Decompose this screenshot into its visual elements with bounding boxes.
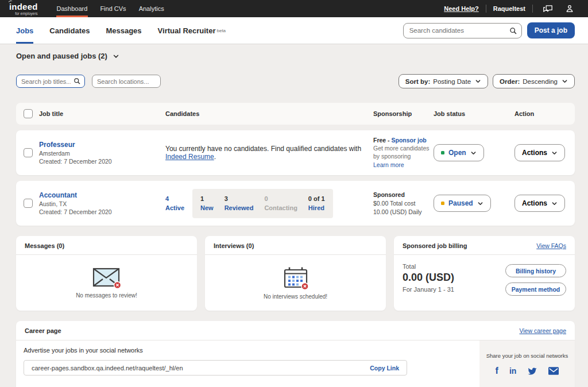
- sort-controls: Sort by: Posting Date Order: Descending: [399, 74, 575, 88]
- summary-cards: Messages (0) No messages to review! Inte…: [16, 236, 575, 311]
- career-page-url[interactable]: career-pages.sandbox.qa.indeed.net/raque…: [24, 365, 183, 371]
- job-title-link[interactable]: Accountant: [39, 191, 77, 199]
- actions-dropdown[interactable]: Actions: [514, 195, 565, 212]
- job-status-dropdown[interactable]: Paused: [434, 195, 491, 212]
- messages-card-title: Messages (0): [16, 236, 197, 255]
- sponsorship-desc: Get more candidates by sponsoring: [373, 145, 434, 160]
- chevron-down-icon: [475, 78, 481, 84]
- twitter-icon[interactable]: [527, 367, 537, 376]
- table-row-professeur: Professeur Amsterdam Created: 7 December…: [16, 130, 575, 175]
- interviews-card-title: Interviews (0): [205, 236, 386, 255]
- payment-method-button[interactable]: Payment method: [505, 282, 566, 296]
- job-title-link[interactable]: Professeur: [39, 141, 75, 149]
- topnav-analytics[interactable]: Analytics: [133, 0, 171, 17]
- topbar-right: Need Help? Raqueltest: [444, 0, 577, 17]
- order-select[interactable]: Order: Descending: [493, 74, 575, 88]
- jobs-table-header: Job title Candidates Sponsorship Job sta…: [16, 103, 575, 125]
- divider: [486, 5, 486, 13]
- indeed-logo[interactable]: indeed for employers: [9, 0, 38, 17]
- interviews-empty-text: No interviews scheduled!: [264, 293, 327, 300]
- search-job-titles-wrap: [16, 75, 85, 88]
- stage-new[interactable]: 1 New: [200, 194, 214, 213]
- chevron-down-icon: [562, 78, 568, 84]
- copy-link-button[interactable]: Copy Link: [370, 365, 407, 371]
- actions-dropdown[interactable]: Actions: [514, 144, 565, 161]
- email-share-icon[interactable]: [548, 367, 559, 375]
- main-content: Open and paused jobs (2) Sort by: Postin…: [0, 52, 588, 387]
- candidate-pipeline: 4 Active 1 New 3 Reviewed 0 Contacting: [165, 189, 373, 218]
- row-checkbox[interactable]: [24, 148, 33, 157]
- messages-empty-text: No messages to review!: [76, 292, 137, 299]
- search-candidates-wrap: [403, 23, 522, 38]
- view-faqs-link[interactable]: View FAQs: [536, 242, 566, 249]
- messages-chat-icon[interactable]: [540, 4, 556, 13]
- tab-messages[interactable]: Messages: [106, 17, 141, 44]
- billing-history-button[interactable]: Billing history: [505, 264, 566, 277]
- view-career-page-link[interactable]: View career page: [519, 327, 566, 334]
- header-job-title: Job title: [39, 110, 165, 117]
- sponsor-job-link[interactable]: Sponsor job: [392, 137, 427, 144]
- header-candidates: Candidates: [165, 110, 373, 117]
- stage-reviewed[interactable]: 3 Reviewed: [225, 194, 254, 213]
- interviews-card: Interviews (0) No interviews scheduled!: [205, 236, 386, 311]
- search-candidates-input[interactable]: [403, 23, 522, 38]
- tab-candidates[interactable]: Candidates: [49, 17, 90, 44]
- pipeline-stages: 1 New 3 Reviewed 0 Contacting 0 of 1 Hir…: [192, 189, 333, 218]
- job-location: Austin, TX: [39, 200, 165, 207]
- search-icon: [74, 78, 80, 86]
- tab-virtual-recruiter[interactable]: Virtual Recruiterbeta: [158, 17, 226, 44]
- sort-by-select[interactable]: Sort by: Posting Date: [399, 74, 488, 88]
- learn-more-link[interactable]: Learn more: [373, 161, 404, 168]
- job-status-dropdown[interactable]: Open: [434, 144, 484, 161]
- row-checkbox[interactable]: [24, 199, 33, 208]
- stage-hired[interactable]: 0 of 1 Hired: [308, 194, 325, 213]
- billing-period: For January 1 - 31: [403, 286, 454, 293]
- billing-total-value: 0.00 (USD): [403, 272, 454, 284]
- career-page-title: Career page: [25, 327, 61, 334]
- share-panel: Share your job on social networks f in: [479, 340, 575, 387]
- need-help-link[interactable]: Need Help?: [444, 5, 479, 12]
- account-name[interactable]: Raqueltest: [493, 5, 525, 12]
- search-icon: [509, 27, 517, 36]
- subnav-right: Post a job: [403, 17, 575, 44]
- active-candidates-link[interactable]: 4 Active: [165, 194, 184, 213]
- logo-text: indeed: [9, 2, 38, 11]
- share-label: Share your job on social networks: [486, 353, 568, 359]
- divider: [532, 5, 533, 13]
- table-row-accountant: Accountant Austin, TX Created: 7 Decembe…: [16, 181, 575, 226]
- linkedin-icon[interactable]: in: [509, 367, 516, 375]
- facebook-icon[interactable]: f: [496, 366, 498, 376]
- header-job-status: Job status: [434, 110, 514, 117]
- job-location: Amsterdam: [39, 150, 165, 157]
- beta-badge: beta: [217, 28, 226, 33]
- topbar: indeed for employers Dashboard Find CVs …: [0, 0, 588, 17]
- billing-card-title: Sponsored job billing: [403, 242, 467, 249]
- messages-card: Messages (0) No messages to review!: [16, 236, 197, 311]
- topnav-find-cvs[interactable]: Find CVs: [94, 0, 132, 17]
- header-action: Action: [514, 110, 575, 117]
- career-page-card: Career page View career page Advertise y…: [16, 321, 575, 387]
- topnav: Dashboard Find CVs Analytics: [51, 0, 171, 17]
- chevron-down-icon: [551, 150, 558, 156]
- search-locations-input[interactable]: [92, 75, 161, 88]
- tab-jobs[interactable]: Jobs: [16, 17, 33, 44]
- billing-total-label: Total: [403, 263, 454, 270]
- sponsorship-total-cost: $0.00 Total cost: [373, 200, 434, 207]
- billing-summary: Total 0.00 (USD) For January 1 - 31: [403, 263, 454, 303]
- jobs-filter-dropdown[interactable]: Open and paused jobs (2): [16, 52, 575, 60]
- select-all-checkbox[interactable]: [24, 109, 33, 118]
- jobs-filter-label: Open and paused jobs (2): [16, 52, 107, 60]
- user-account-icon[interactable]: [563, 4, 577, 13]
- header-sponsorship: Sponsorship: [373, 110, 434, 117]
- topnav-dashboard[interactable]: Dashboard: [51, 0, 94, 17]
- sponsorship-line: Free - Sponsor job: [373, 137, 434, 144]
- advertise-label: Advertise your jobs in your social netwo…: [24, 347, 479, 354]
- post-a-job-button[interactable]: Post a job: [527, 22, 575, 38]
- indeed-resume-link[interactable]: Indeed Resume: [165, 153, 214, 161]
- subnav: Jobs Candidates Messages Virtual Recruit…: [0, 17, 588, 44]
- sponsorship-status: Sponsored: [373, 191, 434, 198]
- job-created-date: Created: 7 December 2020: [39, 158, 165, 165]
- filter-row: Sort by: Posting Date Order: Descending: [16, 74, 575, 88]
- logo-subtext: for employers: [9, 11, 38, 16]
- empty-mail-icon: [92, 267, 122, 289]
